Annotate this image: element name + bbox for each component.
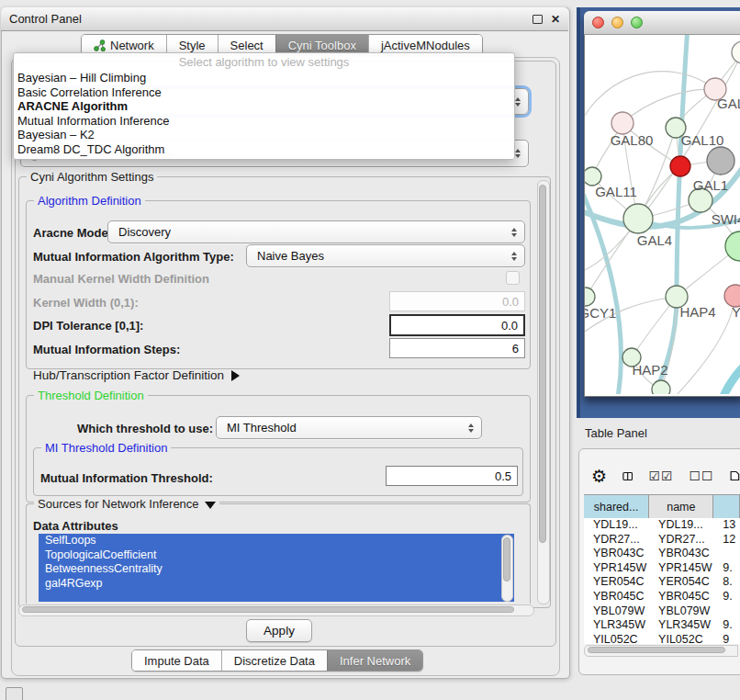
close-icon[interactable]: ✕ (551, 14, 560, 25)
network-window-titlebar[interactable] (584, 11, 740, 35)
network-node[interactable] (585, 288, 595, 306)
table-cell: YPR145W (649, 561, 713, 576)
algorithm-option[interactable]: ARACNE Algorithm (14, 99, 514, 114)
hub-transcription-expander[interactable]: Hub/Transcription Factor Definition (33, 368, 240, 382)
table-body: YDL19...YDL19...13YDR27...YDR27...12YBR0… (584, 518, 740, 644)
network-node-label: GAL1 (693, 177, 728, 193)
network-node[interactable] (611, 112, 633, 134)
table-row[interactable]: YER054CYER054C8. (584, 575, 740, 590)
table-row[interactable]: YBR043CYBR043C (584, 547, 740, 561)
data-attribute-item-selected[interactable]: SelfLoops (39, 534, 514, 548)
settings-vertical-scrollbar[interactable] (537, 180, 550, 604)
table-cell: YBR045C (584, 590, 649, 604)
float-window-icon[interactable] (533, 15, 543, 24)
control-panel-titlebar[interactable]: Control Panel ✕ (1, 7, 568, 31)
expander-expanded-icon (205, 502, 216, 509)
minimize-traffic-light-icon[interactable] (611, 17, 623, 28)
gear-icon[interactable]: ⚙ (591, 468, 607, 485)
data-attributes-label: Data Attributes (33, 519, 118, 533)
algorithm-option[interactable]: Basic Correlation Inference (14, 85, 514, 100)
table-cell: 13 (713, 518, 740, 533)
bottom-tabbar: Impute Data Discretize Data Infer Networ… (131, 649, 423, 672)
network-node[interactable] (585, 167, 601, 186)
table-cell: YBL079W (649, 604, 713, 619)
table-cell: YBR043C (584, 547, 649, 561)
data-attribute-item-selected[interactable]: gal4RGexp (39, 577, 514, 592)
network-node[interactable] (670, 156, 690, 176)
which-threshold-label: Which threshold to use: (77, 422, 213, 435)
table-cell: YER054C (649, 575, 713, 590)
maximize-traffic-light-icon[interactable] (631, 17, 643, 28)
table-cell: 9. (713, 590, 740, 604)
hide-columns-unchecked-icon[interactable]: ☐☐ (690, 469, 714, 483)
network-node[interactable] (707, 147, 734, 175)
dpi-tolerance-label: DPI Tolerance [0,1]: (33, 319, 143, 333)
settings-horizontal-scrollbar[interactable] (18, 604, 534, 616)
kernel-width-field[interactable]: 0.0 (389, 291, 525, 311)
tab-discretize-data[interactable]: Discretize Data (221, 650, 327, 671)
table-row[interactable]: YPR145WYPR145W9. (584, 561, 740, 576)
table-cell: YBR045C (649, 590, 713, 604)
network-node-label: GAL80 (611, 132, 654, 148)
table-cell (713, 604, 740, 619)
mi-algorithm-type-combo[interactable]: Naive Bayes (246, 244, 525, 267)
network-node[interactable] (732, 41, 740, 63)
attributes-vertical-scrollbar[interactable] (501, 535, 513, 602)
table-cell: 9. (713, 618, 740, 633)
network-node[interactable] (652, 380, 670, 394)
table-row[interactable]: YBL079WYBL079W (584, 604, 740, 619)
which-threshold-combo[interactable]: MI Threshold (216, 416, 482, 439)
algorithm-option[interactable]: Bayesian – Hill Climbing (14, 71, 514, 85)
table-cell: YLR345W (584, 618, 649, 633)
table-cell: 8. (713, 575, 740, 590)
column-header[interactable]: name (649, 495, 713, 519)
data-attribute-item-selected[interactable]: TopologicalCoefficient (39, 548, 514, 563)
table-cell: YDR27... (584, 533, 649, 548)
column-header[interactable] (713, 495, 740, 519)
network-canvas[interactable]: GALGAL80GAL10GAL11GAL1SWI4GAL4GCY1HAP4YH… (585, 35, 740, 394)
mi-steps-field[interactable]: 6 (389, 338, 525, 358)
data-attributes-list[interactable]: SelfLoopsTopologicalCoefficientBetweenne… (39, 534, 514, 602)
table-row[interactable]: YIL052CYIL052C9 (584, 633, 740, 644)
threshold-definition-title: Threshold Definition (34, 389, 148, 402)
algorithm-dropdown-popup: Select algorithm to view settings Bayesi… (13, 52, 515, 160)
split-columns-icon[interactable] (622, 469, 633, 484)
tab-impute-data[interactable]: Impute Data (132, 650, 221, 671)
mi-threshold-field[interactable]: 0.5 (386, 466, 518, 486)
table-row[interactable]: YDL19...YDL19...13 (584, 518, 740, 533)
manual-kernel-width-checkbox[interactable] (506, 271, 520, 285)
table-row[interactable]: YBR045CYBR045C9. (584, 590, 740, 604)
close-traffic-light-icon[interactable] (592, 17, 604, 28)
algorithm-option[interactable]: Dream8 DC_TDC Algorithm (14, 142, 514, 157)
algorithm-option[interactable]: Mutual Information Inference (14, 114, 514, 129)
data-attribute-item-selected[interactable]: BetweennessCentrality (39, 562, 514, 577)
table-cell: YBR043C (649, 547, 713, 561)
algorithm-placeholder: Select algorithm to view settings (14, 53, 514, 71)
algorithm-option[interactable]: Bayesian – K2 (14, 128, 514, 142)
network-icon (94, 40, 106, 51)
table-panel-title: Table Panel (585, 426, 647, 440)
control-panel-title: Control Panel (9, 12, 82, 26)
show-columns-checked-icon[interactable]: ☑☑ (648, 469, 673, 483)
aracne-mode-combo[interactable]: Discovery (107, 220, 525, 243)
screen: Control Panel ✕ Network Style Select Cyn… (0, 0, 740, 700)
collapsed-panel-button[interactable] (6, 687, 23, 700)
tab-infer-network[interactable]: Infer Network (327, 650, 422, 671)
aracne-mode-label: Aracne Mode: (33, 226, 112, 240)
table-cell: YLR345W (649, 618, 713, 633)
mi-threshold-label: Mutual Information Threshold: (40, 471, 213, 485)
table-cell: YBL079W (584, 604, 649, 619)
table-cell: 12 (713, 533, 740, 548)
network-node-label: GAL4 (637, 232, 672, 248)
algorithm-definition-title: Algorithm Definition (34, 194, 145, 208)
table-cell: YPR145W (584, 561, 649, 576)
apply-button[interactable]: Apply (246, 619, 312, 642)
network-node[interactable] (623, 204, 653, 233)
column-header[interactable]: shared... (584, 495, 649, 519)
page-icon[interactable] (730, 467, 740, 485)
dpi-tolerance-field[interactable]: 0.0 (389, 314, 525, 336)
table-horizontal-scrollbar[interactable] (584, 645, 738, 657)
table-row[interactable]: YLR345WYLR345W9. (584, 618, 740, 633)
table-row[interactable]: YDR27...YDR27...12 (584, 533, 740, 548)
sources-title[interactable]: Sources for Network Inference (34, 497, 219, 511)
